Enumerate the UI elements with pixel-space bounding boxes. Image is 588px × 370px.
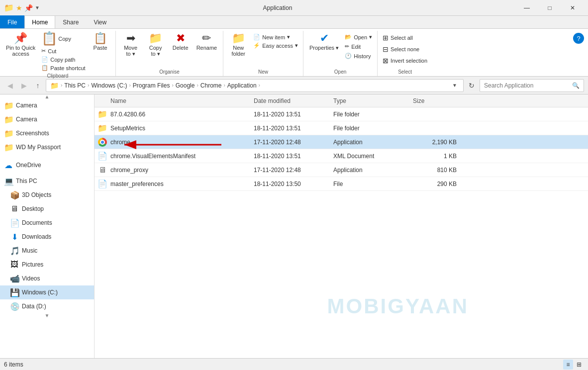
file-row[interactable]: 📄 chrome.VisualElementsManifest 18-11-20… — [95, 149, 588, 163]
tab-share[interactable]: Share — [55, 15, 86, 28]
close-button[interactable]: ✕ — [561, 0, 584, 16]
column-type[interactable]: Type — [333, 97, 413, 104]
large-icons-view-button[interactable]: ⊞ — [574, 360, 584, 370]
select-all-button[interactable]: ⊞ Select all — [381, 33, 429, 43]
breadcrumb-program-files[interactable]: Program Files — [133, 82, 170, 89]
breadcrumb-chrome[interactable]: Chrome — [200, 82, 222, 89]
drive-c-icon: 💾 — [10, 288, 19, 297]
tab-home[interactable]: Home — [24, 15, 55, 28]
folder-icon-setup: 📁 — [95, 123, 110, 133]
sidebar-item-screenshots[interactable]: 📁 Screenshots — [0, 126, 94, 140]
sidebar-item-videos[interactable]: 📹 Videos — [0, 272, 94, 285]
tab-file[interactable]: File — [0, 15, 24, 28]
paste-button[interactable]: 📋 Paste — [89, 31, 112, 53]
maximize-button[interactable]: □ — [538, 0, 561, 16]
paste-shortcut-button[interactable]: 📋 Paste shortcut — [39, 64, 87, 72]
file-row[interactable]: 📄 master_preferences 18-11-2020 13:50 Fi… — [95, 177, 588, 191]
copy-button[interactable]: 📋 Copy — [39, 31, 87, 47]
file-date: 18-11-2020 13:51 — [254, 125, 333, 132]
details-view-button[interactable]: ≡ — [563, 360, 573, 370]
file-date: 17-11-2020 12:48 — [254, 139, 333, 146]
select-none-button[interactable]: ⊟ Select none — [381, 44, 429, 54]
tab-view[interactable]: View — [86, 15, 114, 28]
edit-icon: ✏ — [345, 43, 349, 50]
move-to-button[interactable]: ➡ Moveto ▾ — [119, 31, 143, 59]
ribbon-group-clipboard: 📌 Pin to Quick access 📋 Copy ✂ Cut 📄 Cop… — [0, 31, 116, 76]
breadcrumb-application[interactable]: Application — [227, 82, 257, 89]
copy-path-button[interactable]: 📄 Copy path — [39, 55, 87, 64]
breadcrumb-windows-c[interactable]: Windows (C:) — [91, 82, 127, 89]
back-button[interactable]: ◀ — [4, 80, 16, 92]
search-box[interactable]: 🔍 — [480, 79, 584, 92]
easy-access-button[interactable]: ⚡ Easy access ▾ — [251, 41, 300, 50]
column-name[interactable]: Name — [95, 97, 254, 104]
desktop-icon: 🖥 — [10, 204, 19, 213]
ribbon-group-select: ⊞ Select all ⊟ Select none ⊠ Invert sele… — [378, 31, 432, 76]
sidebar-item-3d-objects[interactable]: 📦 3D Objects — [0, 188, 94, 202]
new-item-button[interactable]: 📄 New item ▾ — [251, 33, 300, 41]
scroll-up-button[interactable]: ▲ — [0, 94, 94, 98]
file-row-chrome[interactable]: chrome 17-11-2020 12:48 Application 2,19… — [95, 135, 588, 149]
folder-icon: 📁 — [4, 129, 13, 138]
easy-access-icon: ⚡ — [253, 42, 260, 49]
sidebar-item-downloads[interactable]: ⬇ Downloads — [0, 230, 94, 244]
file-row[interactable]: 📁 87.0.4280.66 18-11-2020 13:51 File fol… — [95, 107, 588, 121]
sidebar-item-camera-2[interactable]: 📁 Camera — [0, 112, 94, 126]
select-none-icon: ⊟ — [383, 45, 389, 53]
properties-button[interactable]: ✔ Properties ▾ — [306, 31, 342, 53]
column-size[interactable]: Size — [413, 97, 463, 104]
up-button[interactable]: ↑ — [32, 80, 44, 92]
column-date[interactable]: Date modified — [254, 97, 333, 104]
forward-button[interactable]: ▶ — [18, 80, 30, 92]
edit-button[interactable]: ✏ Edit — [343, 42, 374, 51]
sidebar-item-this-pc[interactable]: 💻 This PC — [0, 174, 94, 188]
file-size: 2,190 KB — [413, 139, 463, 146]
breadcrumb-this-pc[interactable]: This PC — [64, 82, 86, 89]
dropdown-icon[interactable]: ▼ — [35, 5, 40, 10]
sidebar-item-wd-my-passport[interactable]: 📁 WD My Passport — [0, 140, 94, 154]
scroll-down-button[interactable]: ▼ — [0, 313, 94, 317]
folder-icon: 📁 — [4, 143, 13, 152]
invert-selection-button[interactable]: ⊠ Invert selection — [381, 56, 429, 66]
search-input[interactable] — [484, 82, 570, 89]
address-dropdown-icon[interactable]: ▼ — [450, 83, 459, 88]
file-type: Application — [333, 139, 413, 146]
file-list-header: Name Date modified Type Size — [95, 94, 588, 107]
paste-shortcut-icon: 📋 — [41, 65, 48, 71]
copy-icon: 📋 — [41, 32, 57, 45]
file-row[interactable]: 🖥 chrome_proxy 17-11-2020 12:48 Applicat… — [95, 163, 588, 177]
paste-icon: 📋 — [94, 33, 107, 44]
search-icon: 🔍 — [572, 82, 580, 89]
breadcrumb-google[interactable]: Google — [176, 82, 195, 89]
new-folder-button[interactable]: 📁 Newfolder — [226, 31, 250, 59]
file-row[interactable]: 📁 SetupMetrics 18-11-2020 13:51 File fol… — [95, 121, 588, 135]
breadcrumb-path[interactable]: 📁 › This PC › Windows (C:) › Program Fil… — [46, 79, 464, 92]
pin-icon: 📌 — [14, 33, 27, 44]
ribbon-group-new: 📁 Newfolder 📄 New item ▾ ⚡ Easy access ▾… — [223, 31, 303, 76]
sidebar-item-windows-c[interactable]: 💾 Windows (C:) — [0, 285, 94, 299]
new-folder-icon: 📁 — [232, 33, 245, 44]
sidebar-item-data-d[interactable]: 💿 Data (D:) — [0, 299, 94, 313]
refresh-button[interactable]: ↻ — [466, 80, 478, 92]
delete-button[interactable]: ✖ Delete — [169, 31, 193, 53]
sidebar-item-music[interactable]: 🎵 Music — [0, 244, 94, 258]
pin-to-quick-access-button[interactable]: 📌 Pin to Quick access — [3, 31, 38, 59]
cut-button[interactable]: ✂ Cut — [39, 47, 87, 55]
help-button[interactable]: ? — [573, 33, 584, 44]
copy-to-button[interactable]: 📁 Copyto ▾ — [144, 31, 168, 59]
quick-access-star[interactable]: ★ — [16, 4, 22, 12]
sidebar-item-pictures[interactable]: 🖼 Pictures — [0, 258, 94, 272]
file-type: XML Document — [333, 153, 413, 160]
sidebar-item-camera-1[interactable]: 📁 Camera — [0, 98, 94, 112]
pin-icon[interactable]: 📌 — [24, 4, 33, 12]
sidebar-item-onedrive[interactable]: ☁ OneDrive — [0, 158, 94, 172]
rename-button[interactable]: ✏ Rename — [194, 31, 220, 53]
minimize-button[interactable]: — — [515, 0, 538, 16]
copy-path-icon: 📄 — [41, 56, 48, 63]
file-type: Application — [333, 167, 413, 174]
sidebar-item-documents[interactable]: 📄 Documents — [0, 216, 94, 230]
history-button[interactable]: 🕐 History — [343, 52, 374, 60]
open-button[interactable]: 📂 Open ▾ — [343, 33, 374, 41]
history-icon: 🕐 — [345, 53, 352, 59]
sidebar-item-desktop[interactable]: 🖥 Desktop — [0, 202, 94, 216]
